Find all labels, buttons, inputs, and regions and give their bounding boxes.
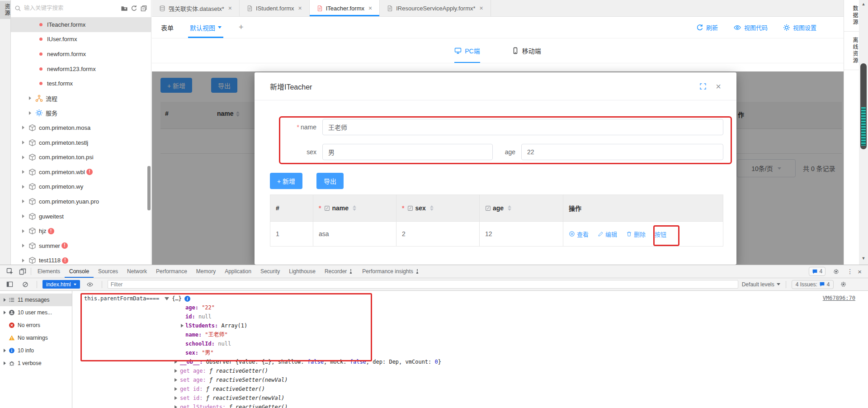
expand-icon[interactable]: [29, 111, 31, 115]
datasource-rail-tab[interactable]: 数据源: [844, 0, 859, 32]
view-settings-button[interactable]: 视图设置: [783, 23, 816, 32]
fullscreen-icon[interactable]: [699, 83, 707, 90]
default-view-tab[interactable]: 默认视图: [190, 17, 222, 38]
scrollbar-thumb[interactable]: [860, 63, 867, 149]
expand-icon[interactable]: [175, 396, 177, 400]
filter-verbose[interactable]: 1 verbose: [0, 357, 72, 370]
devtools-tab-sources[interactable]: Sources: [94, 265, 123, 278]
view-code-button[interactable]: 视图代码: [733, 23, 768, 32]
tree-file-newform[interactable]: newform.formx: [11, 47, 151, 62]
tree-group-process[interactable]: 流程: [11, 91, 151, 106]
edit-link[interactable]: 编辑: [598, 230, 617, 238]
sidebar-scrollbar-thumb[interactable]: [147, 166, 151, 210]
col-sex[interactable]: * sex: [396, 195, 480, 221]
tree-file-iuser[interactable]: IUser.formx: [11, 32, 151, 47]
expand-icon[interactable]: [22, 126, 24, 129]
tree-package[interactable]: com.primeton.ton.psi: [11, 150, 151, 165]
collapse-all-icon[interactable]: [140, 5, 147, 12]
filter-errors[interactable]: No errors: [0, 319, 72, 332]
dialog-export-button[interactable]: 导出: [316, 173, 344, 189]
tree-package[interactable]: test1118 !: [11, 253, 151, 265]
col-age[interactable]: age: [480, 195, 563, 221]
expand-icon[interactable]: [4, 298, 6, 302]
expand-icon[interactable]: [22, 214, 24, 218]
tree-file-newform123[interactable]: newform123.formx: [11, 62, 151, 76]
log-levels-select[interactable]: Default levels: [742, 281, 780, 288]
tree-package[interactable]: com.primeton.wbl !: [11, 165, 151, 180]
search-input[interactable]: [24, 5, 118, 11]
tab-iresourceserviceapply[interactable]: IResourceServiceApply.formx* ×: [380, 0, 491, 16]
console-source-link[interactable]: VM67896:70: [823, 295, 855, 301]
expand-icon[interactable]: [181, 324, 184, 327]
filter-warnings[interactable]: No warnings: [0, 332, 72, 344]
console-settings-gear-icon[interactable]: [837, 281, 849, 288]
expand-icon[interactable]: [22, 156, 24, 159]
tree-package[interactable]: com.primeton.wy: [11, 180, 151, 195]
tree-package[interactable]: guweitest: [11, 209, 151, 224]
devtools-tab-recorder[interactable]: Recorder: [320, 265, 358, 278]
console-messages-badge[interactable]: 4: [809, 267, 826, 276]
expand-icon[interactable]: [4, 349, 6, 352]
expand-icon[interactable]: [175, 405, 177, 408]
expand-icon[interactable]: [175, 360, 177, 364]
tree-file-iteacher[interactable]: ITeacher.formx: [11, 17, 151, 32]
close-icon[interactable]: ×: [298, 5, 302, 12]
gear-icon[interactable]: [830, 268, 842, 275]
add-view-button[interactable]: +: [239, 23, 244, 32]
tab-dataset[interactable]: 强关联实体.datasetx* ×: [152, 0, 240, 16]
live-expression-eye-icon[interactable]: [84, 281, 96, 288]
resource-rail-tab[interactable]: 资源: [0, 1, 11, 19]
expanded-arrow-icon[interactable]: [165, 297, 169, 300]
close-icon[interactable]: ×: [368, 5, 372, 12]
tree-package[interactable]: hjz !: [11, 223, 151, 238]
sex-input[interactable]: [322, 144, 493, 160]
scroll-down-icon[interactable]: ▼: [859, 256, 868, 261]
expand-icon[interactable]: [175, 369, 177, 373]
devtools-tab-memory[interactable]: Memory: [192, 265, 220, 278]
devtools-tab-security[interactable]: Security: [256, 265, 284, 278]
expand-icon[interactable]: [22, 229, 24, 233]
filter-all-messages[interactable]: 11 messages: [0, 294, 72, 306]
devtools-tab-console[interactable]: Console: [65, 265, 94, 278]
devtools-tab-performance-insights[interactable]: Performance insights: [358, 265, 424, 278]
close-icon[interactable]: ×: [716, 82, 721, 91]
expand-icon[interactable]: [22, 259, 24, 262]
expand-icon[interactable]: [175, 378, 177, 382]
expand-icon[interactable]: [4, 311, 6, 314]
device-pc-tab[interactable]: PC端: [454, 38, 480, 63]
close-icon[interactable]: ×: [228, 5, 232, 12]
js-context-selector[interactable]: index.html: [42, 280, 80, 289]
expand-icon[interactable]: [22, 244, 24, 247]
kebab-menu-icon[interactable]: ⋮: [847, 268, 853, 275]
devtools-tab-application[interactable]: Application: [220, 265, 256, 278]
devtools-tab-network[interactable]: Network: [123, 265, 151, 278]
refresh-button[interactable]: 刷新: [696, 23, 718, 32]
expand-icon[interactable]: [22, 185, 24, 189]
expand-icon[interactable]: [22, 141, 24, 144]
col-name[interactable]: * name: [313, 195, 396, 221]
console-filter-input[interactable]: [108, 280, 738, 289]
tree-group-service[interactable]: 服务: [11, 106, 151, 121]
view-link[interactable]: 查看: [569, 230, 589, 238]
sort-icon[interactable]: [508, 205, 511, 211]
tree-file-test[interactable]: test.formx: [11, 76, 151, 91]
age-input[interactable]: [521, 144, 723, 160]
offline-resource-rail-tab[interactable]: 离线资源: [844, 32, 859, 70]
tree-package[interactable]: com.primeton.yuan.pro: [11, 194, 151, 209]
device-toolbar-icon[interactable]: [16, 268, 29, 275]
delete-link[interactable]: 删除: [626, 230, 646, 238]
expand-icon[interactable]: [29, 96, 31, 100]
expand-icon[interactable]: [175, 387, 177, 391]
tab-istudent[interactable]: IStudent.formx ×: [240, 0, 310, 16]
issues-counter[interactable]: 4 Issues: 4: [792, 280, 834, 289]
devtools-tab-performance[interactable]: Performance: [151, 265, 192, 278]
devtools-tab-elements[interactable]: Elements: [33, 265, 65, 278]
refresh-tree-icon[interactable]: [131, 5, 137, 12]
sort-icon[interactable]: [430, 205, 434, 211]
expand-icon[interactable]: [22, 170, 24, 174]
tree-package[interactable]: summer !: [11, 238, 151, 253]
inspect-icon[interactable]: [4, 268, 16, 275]
devtools-tab-lighthouse[interactable]: Lighthouse: [284, 265, 320, 278]
scroll-up-icon[interactable]: ▲: [859, 2, 868, 6]
device-mobile-tab[interactable]: 移动端: [512, 38, 541, 63]
